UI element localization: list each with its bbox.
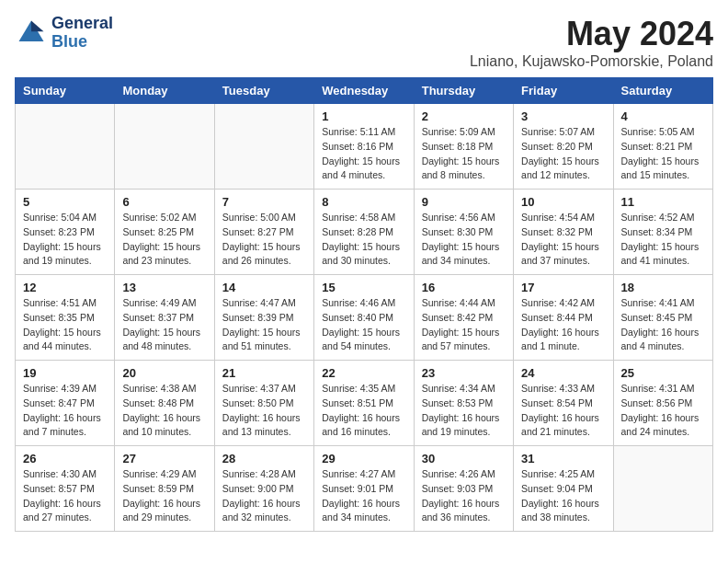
logo-icon (15, 17, 48, 50)
calendar-cell: 6Sunrise: 5:02 AMSunset: 8:25 PMDaylight… (115, 190, 214, 275)
day-number: 23 (422, 366, 506, 380)
day-number: 27 (122, 452, 206, 465)
cell-info: Sunrise: 4:42 AMSunset: 8:44 PMDaylight:… (521, 296, 605, 354)
logo: General Blue (15, 15, 113, 52)
calendar-table: SundayMondayTuesdayWednesdayThursdayFrid… (15, 77, 713, 532)
cell-info: Sunrise: 4:39 AMSunset: 8:47 PMDaylight:… (23, 382, 107, 440)
cell-info: Sunrise: 4:25 AMSunset: 9:04 PMDaylight:… (521, 467, 605, 525)
weekday-header-friday: Friday (514, 78, 613, 104)
calendar-cell: 14Sunrise: 4:47 AMSunset: 8:39 PMDayligh… (214, 275, 313, 361)
day-number: 26 (23, 452, 107, 465)
cell-info: Sunrise: 4:46 AMSunset: 8:40 PMDaylight:… (322, 296, 405, 354)
day-number: 30 (422, 452, 506, 465)
cell-info: Sunrise: 4:49 AMSunset: 8:37 PMDaylight:… (122, 296, 206, 354)
day-number: 31 (521, 452, 605, 465)
calendar-cell: 5Sunrise: 5:04 AMSunset: 8:23 PMDaylight… (16, 190, 115, 275)
calendar-cell: 7Sunrise: 5:00 AMSunset: 8:27 PMDaylight… (214, 190, 313, 275)
day-number: 13 (122, 281, 206, 294)
calendar-cell: 11Sunrise: 4:52 AMSunset: 8:34 PMDayligh… (613, 190, 712, 275)
calendar-cell: 26Sunrise: 4:30 AMSunset: 8:57 PMDayligh… (16, 446, 115, 532)
cell-info: Sunrise: 4:27 AMSunset: 9:01 PMDaylight:… (322, 467, 405, 525)
day-number: 29 (322, 452, 405, 465)
cell-info: Sunrise: 4:26 AMSunset: 9:03 PMDaylight:… (422, 467, 506, 525)
calendar-week-4: 19Sunrise: 4:39 AMSunset: 8:47 PMDayligh… (16, 361, 713, 446)
calendar-cell: 15Sunrise: 4:46 AMSunset: 8:40 PMDayligh… (314, 275, 414, 361)
calendar-cell: 29Sunrise: 4:27 AMSunset: 9:01 PMDayligh… (314, 446, 414, 532)
calendar-cell: 21Sunrise: 4:37 AMSunset: 8:50 PMDayligh… (214, 361, 313, 446)
day-number: 9 (422, 195, 506, 209)
day-number: 14 (222, 281, 306, 294)
calendar-cell (16, 104, 115, 190)
calendar-cell: 25Sunrise: 4:31 AMSunset: 8:56 PMDayligh… (613, 361, 712, 446)
calendar-cell: 22Sunrise: 4:35 AMSunset: 8:51 PMDayligh… (314, 361, 414, 446)
day-number: 24 (521, 366, 605, 380)
cell-info: Sunrise: 5:05 AMSunset: 8:21 PMDaylight:… (621, 125, 705, 183)
day-number: 7 (222, 195, 306, 209)
calendar-cell: 19Sunrise: 4:39 AMSunset: 8:47 PMDayligh… (16, 361, 115, 446)
calendar-cell: 2Sunrise: 5:09 AMSunset: 8:18 PMDaylight… (414, 104, 513, 190)
title-area: May 2024 Lniano, Kujawsko-Pomorskie, Pol… (470, 15, 713, 70)
weekday-header-tuesday: Tuesday (214, 78, 313, 104)
weekday-header-sunday: Sunday (16, 78, 115, 104)
weekday-header-thursday: Thursday (414, 78, 513, 104)
page-header: General Blue May 2024 Lniano, Kujawsko-P… (15, 15, 713, 70)
weekday-header-wednesday: Wednesday (314, 78, 414, 104)
calendar-cell (214, 104, 313, 190)
calendar-cell: 13Sunrise: 4:49 AMSunset: 8:37 PMDayligh… (115, 275, 214, 361)
day-number: 5 (23, 195, 107, 209)
weekday-header-monday: Monday (115, 78, 214, 104)
day-number: 22 (322, 366, 405, 380)
calendar-cell: 17Sunrise: 4:42 AMSunset: 8:44 PMDayligh… (514, 275, 613, 361)
cell-info: Sunrise: 5:07 AMSunset: 8:20 PMDaylight:… (521, 125, 605, 183)
day-number: 3 (521, 109, 605, 123)
day-number: 8 (322, 195, 405, 209)
calendar-cell: 3Sunrise: 5:07 AMSunset: 8:20 PMDaylight… (514, 104, 613, 190)
calendar-cell: 23Sunrise: 4:34 AMSunset: 8:53 PMDayligh… (414, 361, 513, 446)
calendar-cell: 12Sunrise: 4:51 AMSunset: 8:35 PMDayligh… (16, 275, 115, 361)
day-number: 6 (122, 195, 206, 209)
cell-info: Sunrise: 4:33 AMSunset: 8:54 PMDaylight:… (521, 382, 605, 440)
day-number: 4 (621, 109, 705, 123)
month-title: May 2024 (470, 15, 713, 53)
calendar-week-5: 26Sunrise: 4:30 AMSunset: 8:57 PMDayligh… (16, 446, 713, 532)
day-number: 15 (322, 281, 405, 294)
day-number: 2 (422, 109, 506, 123)
day-number: 21 (222, 366, 306, 380)
day-number: 10 (521, 195, 605, 209)
day-number: 20 (122, 366, 206, 380)
logo-text: General Blue (51, 15, 113, 52)
calendar-cell: 31Sunrise: 4:25 AMSunset: 9:04 PMDayligh… (514, 446, 613, 532)
calendar-cell: 1Sunrise: 5:11 AMSunset: 8:16 PMDaylight… (314, 104, 414, 190)
svg-marker-1 (31, 20, 44, 31)
cell-info: Sunrise: 4:44 AMSunset: 8:42 PMDaylight:… (422, 296, 506, 354)
cell-info: Sunrise: 5:11 AMSunset: 8:16 PMDaylight:… (322, 125, 405, 183)
cell-info: Sunrise: 4:41 AMSunset: 8:45 PMDaylight:… (621, 296, 705, 354)
day-number: 17 (521, 281, 605, 294)
calendar-cell: 18Sunrise: 4:41 AMSunset: 8:45 PMDayligh… (613, 275, 712, 361)
calendar-cell: 28Sunrise: 4:28 AMSunset: 9:00 PMDayligh… (214, 446, 313, 532)
calendar-week-2: 5Sunrise: 5:04 AMSunset: 8:23 PMDaylight… (16, 190, 713, 275)
cell-info: Sunrise: 5:02 AMSunset: 8:25 PMDaylight:… (122, 211, 206, 269)
calendar-cell: 8Sunrise: 4:58 AMSunset: 8:28 PMDaylight… (314, 190, 414, 275)
cell-info: Sunrise: 4:47 AMSunset: 8:39 PMDaylight:… (222, 296, 306, 354)
cell-info: Sunrise: 4:29 AMSunset: 8:59 PMDaylight:… (122, 467, 206, 525)
calendar-cell (613, 446, 712, 532)
calendar-week-3: 12Sunrise: 4:51 AMSunset: 8:35 PMDayligh… (16, 275, 713, 361)
location: Lniano, Kujawsko-Pomorskie, Poland (470, 53, 713, 70)
calendar-cell: 30Sunrise: 4:26 AMSunset: 9:03 PMDayligh… (414, 446, 513, 532)
day-number: 18 (621, 281, 705, 294)
cell-info: Sunrise: 4:56 AMSunset: 8:30 PMDaylight:… (422, 211, 506, 269)
calendar-cell: 16Sunrise: 4:44 AMSunset: 8:42 PMDayligh… (414, 275, 513, 361)
cell-info: Sunrise: 4:52 AMSunset: 8:34 PMDaylight:… (621, 211, 705, 269)
cell-info: Sunrise: 4:51 AMSunset: 8:35 PMDaylight:… (23, 296, 107, 354)
calendar-cell: 27Sunrise: 4:29 AMSunset: 8:59 PMDayligh… (115, 446, 214, 532)
day-number: 25 (621, 366, 705, 380)
cell-info: Sunrise: 4:38 AMSunset: 8:48 PMDaylight:… (122, 382, 206, 440)
calendar-cell: 9Sunrise: 4:56 AMSunset: 8:30 PMDaylight… (414, 190, 513, 275)
cell-info: Sunrise: 5:04 AMSunset: 8:23 PMDaylight:… (23, 211, 107, 269)
calendar-cell: 20Sunrise: 4:38 AMSunset: 8:48 PMDayligh… (115, 361, 214, 446)
day-number: 19 (23, 366, 107, 380)
cell-info: Sunrise: 4:28 AMSunset: 9:00 PMDaylight:… (222, 467, 306, 525)
day-number: 1 (322, 109, 405, 123)
cell-info: Sunrise: 4:34 AMSunset: 8:53 PMDaylight:… (422, 382, 506, 440)
